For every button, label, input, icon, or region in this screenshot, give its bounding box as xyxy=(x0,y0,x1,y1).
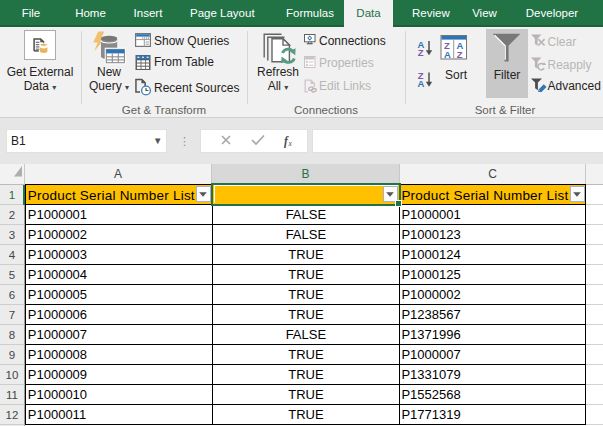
svg-text:A: A xyxy=(444,49,451,60)
svg-text:Z: Z xyxy=(418,47,424,58)
svg-text:A: A xyxy=(418,78,425,89)
svg-text:Z: Z xyxy=(457,49,463,60)
svg-text:x: x xyxy=(288,139,293,148)
